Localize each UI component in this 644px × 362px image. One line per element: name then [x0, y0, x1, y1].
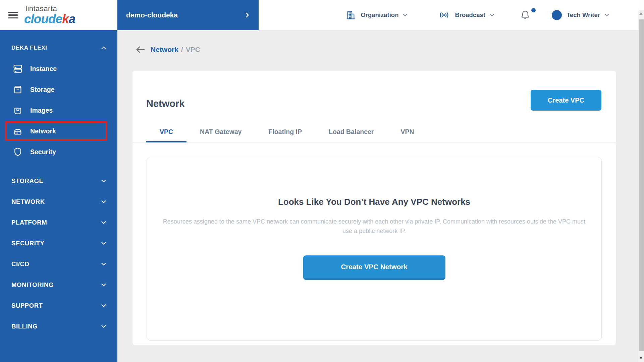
sidebar-group-label: DEKA FLEXI [11, 45, 100, 51]
notification-badge [531, 8, 536, 12]
tab-label: Floating IP [268, 128, 302, 136]
scroll-down-arrow-icon[interactable] [639, 357, 643, 359]
organization-dropdown[interactable]: Organization [346, 10, 409, 20]
chevron-down-icon [402, 12, 409, 18]
project-selector[interactable]: demo-cloudeka [117, 0, 259, 30]
organization-building-icon [346, 10, 356, 20]
sidebar-item-instance[interactable]: Instance [0, 58, 117, 79]
sidebar-section-billing[interactable]: BILLING [0, 316, 117, 337]
brand-logo: lintasarta cloudeka [24, 5, 75, 25]
user-name: Tech Writer [567, 11, 600, 19]
sidebar-section-platform[interactable]: PLATFORM [0, 212, 117, 233]
chevron-down-icon [100, 219, 107, 226]
logo-area: lintasarta cloudeka [0, 0, 117, 30]
sidebar-item-label: Security [30, 148, 56, 156]
security-shield-icon [13, 147, 23, 157]
vertical-scrollbar[interactable] [638, 0, 644, 362]
vpc-empty-state: Looks Like You Don’t Have Any VPC Networ… [147, 157, 602, 341]
chevron-down-icon [100, 281, 107, 289]
tab-label: Load Balancer [329, 128, 374, 136]
network-card: Network Create VPC VPC NAT Gateway Float… [132, 71, 616, 345]
top-header: demo-cloudeka Organization [117, 0, 638, 30]
sidebar-section-label: BILLING [11, 323, 100, 330]
sidebar-section-label: CI/CD [11, 260, 100, 268]
broadcast-dropdown[interactable]: Broadcast [438, 10, 495, 20]
breadcrumb-separator: / [181, 46, 183, 54]
sidebar-section-label: PLATFORM [11, 219, 100, 226]
sidebar: DEKA FLEXI Instance Storage Images Netwo… [0, 0, 117, 362]
chevron-down-icon [100, 323, 107, 330]
chevron-down-icon [603, 12, 610, 18]
sidebar-section-storage[interactable]: STORAGE [0, 171, 117, 191]
breadcrumb: Network / VPC [135, 46, 200, 54]
instance-server-icon [13, 64, 23, 74]
project-name: demo-cloudeka [126, 11, 244, 19]
back-arrow-icon[interactable] [135, 46, 145, 54]
network-router-icon [13, 126, 23, 136]
brand-company: lintasarta [25, 5, 75, 12]
sidebar-item-label: Images [30, 107, 53, 114]
sidebar-item-security[interactable]: Security [0, 141, 117, 162]
user-menu[interactable]: Tech Writer [552, 10, 610, 20]
page-title: Network [146, 98, 184, 109]
sidebar-menu: Instance Storage Images Network Security [0, 58, 117, 162]
sidebar-section-label: SUPPORT [11, 302, 100, 309]
broadcast-label: Broadcast [455, 11, 485, 19]
sidebar-section-label: SECURITY [11, 240, 100, 247]
sidebar-section-support[interactable]: SUPPORT [0, 295, 117, 316]
sidebar-item-storage[interactable]: Storage [0, 79, 117, 100]
tab-load-balancer[interactable]: Load Balancer [315, 122, 387, 142]
chevron-down-icon [100, 198, 107, 205]
broadcast-icon [438, 10, 450, 20]
chevron-down-icon [100, 240, 107, 247]
sidebar-section-label: STORAGE [11, 177, 100, 185]
tab-label: NAT Gateway [200, 128, 241, 136]
tab-floating-ip[interactable]: Floating IP [255, 122, 315, 142]
images-bag-icon [13, 105, 23, 115]
brand-product: cloudeka [24, 13, 75, 25]
sidebar-nav: DEKA FLEXI Instance Storage Images Netwo… [0, 30, 117, 337]
sidebar-item-label: Instance [30, 65, 57, 73]
empty-state-heading: Looks Like You Don’t Have Any VPC Networ… [147, 197, 601, 207]
create-vpc-network-button[interactable]: Create VPC Network [303, 255, 445, 280]
tab-bar: VPC NAT Gateway Floating IP Load Balance… [132, 122, 616, 142]
header-actions: Organization Broadcast [346, 0, 610, 30]
sidebar-sections: STORAGE NETWORK PLATFORM SECURITY CI/CD … [0, 171, 117, 337]
chevron-down-icon [489, 12, 495, 18]
tab-vpc[interactable]: VPC [146, 122, 186, 142]
breadcrumb-network-link[interactable]: Network [151, 46, 178, 54]
notifications-button[interactable] [520, 9, 531, 21]
breadcrumb-current: VPC [186, 46, 200, 54]
sidebar-item-label: Network [30, 127, 56, 135]
sidebar-section-label: MONITORING [11, 281, 100, 289]
hamburger-menu-icon[interactable] [8, 11, 19, 19]
sidebar-item-network[interactable]: Network [0, 121, 117, 141]
sidebar-group-deka-flexi[interactable]: DEKA FLEXI [0, 42, 117, 54]
chevron-right-icon [244, 12, 251, 18]
empty-state-description: Resources assigned to the same VPC netwo… [160, 217, 588, 236]
scroll-up-arrow-icon[interactable] [639, 12, 643, 15]
tab-label: VPC [160, 128, 173, 136]
storage-box-icon [13, 84, 23, 95]
sidebar-section-security[interactable]: SECURITY [0, 233, 117, 254]
user-avatar [552, 10, 562, 20]
sidebar-section-label: NETWORK [11, 198, 100, 205]
create-vpc-button[interactable]: Create VPC [531, 90, 601, 111]
cloudeka-console: DEKA FLEXI Instance Storage Images Netwo… [0, 0, 644, 362]
sidebar-section-network[interactable]: NETWORK [0, 191, 117, 212]
scrollbar-thumb[interactable] [639, 19, 644, 351]
tab-label: VPN [400, 128, 414, 136]
organization-label: Organization [361, 11, 398, 19]
chevron-up-icon [100, 44, 107, 52]
main-content: Network / VPC Network Create VPC VPC NAT… [117, 30, 638, 362]
sidebar-section-ci-cd[interactable]: CI/CD [0, 254, 117, 275]
sidebar-section-monitoring[interactable]: MONITORING [0, 275, 117, 295]
chevron-down-icon [100, 260, 107, 268]
tab-nat-gateway[interactable]: NAT Gateway [186, 122, 255, 142]
bell-icon [520, 9, 531, 21]
chevron-down-icon [100, 177, 107, 185]
chevron-down-icon [100, 302, 107, 309]
sidebar-item-images[interactable]: Images [0, 100, 117, 121]
tab-vpn[interactable]: VPN [387, 122, 427, 142]
sidebar-item-label: Storage [30, 86, 55, 94]
